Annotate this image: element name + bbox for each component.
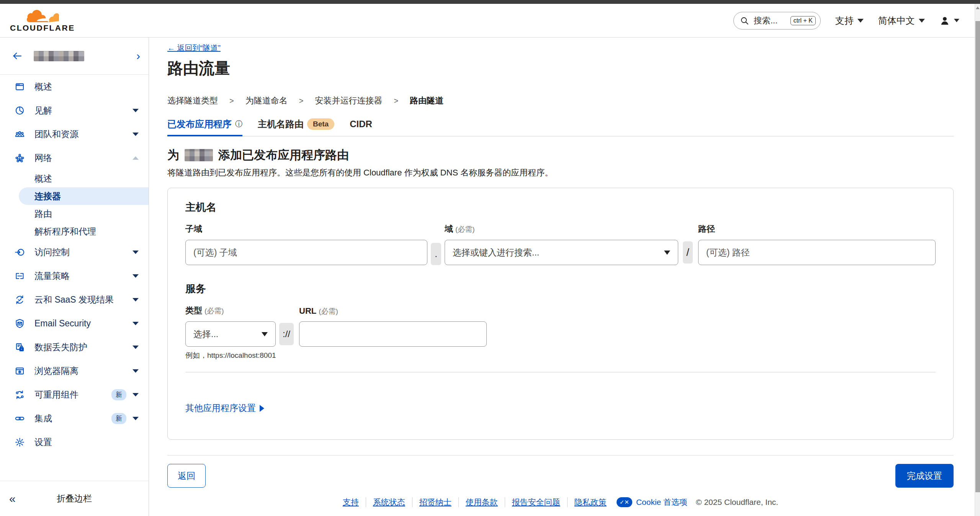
footer-link-report-security[interactable]: 报告安全问题 (512, 497, 560, 508)
step-separator: > (299, 97, 304, 105)
sidebar-subitem-label: 路由 (34, 208, 52, 220)
sidebar-subitem-network-overview[interactable]: 概述 (0, 170, 149, 187)
login-arrow-icon (15, 247, 25, 257)
search-icon (740, 16, 749, 25)
sidebar-item-label: 流量策略 (34, 270, 70, 282)
footer-link-support[interactable]: 支持 (343, 497, 359, 508)
sidebar-subitem-resolvers-proxies[interactable]: 解析程序和代理 (0, 223, 149, 240)
section-title: 为 添加已发布应用程序路由 (167, 147, 954, 163)
sidebar-item-label: 见解 (34, 105, 52, 116)
collapse-sidebar-button[interactable]: « 折叠边栏 (0, 481, 149, 516)
sidebar-item-browser-isolation[interactable]: 浏览器隔离 (0, 359, 149, 383)
sidebar-item-insights[interactable]: 见解 (0, 98, 149, 122)
back-button[interactable]: 返回 (167, 464, 206, 488)
additional-settings-link[interactable]: 其他应用程序设置 (185, 402, 264, 414)
support-menu[interactable]: 支持 (835, 15, 864, 27)
sidebar-item-access-control[interactable]: 访问控制 (0, 240, 149, 264)
tab-hostname-routes[interactable]: 主机名路由 Beta (258, 118, 334, 136)
account-menu[interactable] (939, 15, 959, 26)
subdomain-input[interactable] (185, 240, 427, 265)
finish-setup-button[interactable]: 完成设置 (895, 464, 954, 488)
sidebar-item-settings[interactable]: 设置 (0, 430, 149, 454)
route-form-card: 主机名 子域 . 域(必需) 选择或键入进行搜索... / 路径 (167, 188, 954, 440)
footer-link-privacy[interactable]: 隐私政策 (574, 497, 607, 508)
footer-link-terms[interactable]: 使用条款 (466, 497, 498, 508)
vertical-scrollbar[interactable] (975, 4, 980, 516)
cookie-preferences[interactable]: ✓✕ Cookie 首选项 (617, 497, 687, 508)
sidebar-item-reusable-components[interactable]: 可重用组件 新 (0, 383, 149, 406)
header-controls: 搜索... ctrl + K 支持 简体中文 (733, 12, 959, 29)
language-menu[interactable]: 简体中文 (878, 15, 925, 27)
chevron-down-icon (857, 19, 864, 23)
tab-published-applications[interactable]: 已发布应用程序 ⓘ (167, 118, 242, 136)
footer-link-system-status[interactable]: 系统状态 (373, 497, 405, 508)
page-footer: 支持 系统状态 招贤纳士 使用条款 报告安全问题 隐私政策 ✓✕ Cookie … (167, 497, 954, 508)
sidebar-subitem-connectors[interactable]: 连接器 (19, 187, 149, 205)
document-lock-icon (15, 342, 25, 352)
info-icon[interactable]: ⓘ (235, 119, 242, 129)
back-to-tunnels-link[interactable]: ← 返回到“隧道” (167, 43, 221, 53)
sidebar-item-team-resources[interactable]: 团队和资源 (0, 122, 149, 146)
account-switcher[interactable]: › (0, 38, 149, 75)
dot-separator: . (431, 243, 441, 265)
cloudflare-wordmark: CLOUDFLARE (10, 23, 75, 33)
global-search[interactable]: 搜索... ctrl + K (733, 12, 821, 29)
back-arrow-icon[interactable] (11, 50, 23, 62)
slash-separator: / (683, 241, 693, 264)
sidebar-item-network[interactable]: 网络 (0, 146, 149, 170)
sidebar-item-email-security[interactable]: Email Security (0, 311, 149, 335)
cookie-consent-icon: ✓✕ (617, 497, 632, 507)
sidebar-subitem-routes[interactable]: 路由 (0, 205, 149, 223)
section-description: 将隧道路由到已发布应用程序。这些是您所有的使用 Cloudflare 作为权威 … (167, 167, 954, 179)
service-heading: 服务 (185, 282, 936, 296)
url-input[interactable] (299, 321, 487, 347)
sidebar-item-cloud-saas-findings[interactable]: 云和 SaaS 发现结果 (0, 288, 149, 311)
link-chain-icon (15, 413, 25, 424)
browser-asterisk-icon (15, 366, 25, 376)
sidebar-item-label: 数据丢失防护 (34, 341, 87, 353)
sidebar-subitem-label: 概述 (34, 173, 52, 185)
chevron-down-icon (133, 346, 139, 349)
sidebar-item-overview[interactable]: 概述 (0, 75, 149, 98)
service-type-placeholder: 选择... (193, 328, 218, 340)
top-header: CLOUDFLARE 搜索... ctrl + K 支持 简体中文 (0, 4, 975, 38)
tab-label: 已发布应用程序 (167, 118, 232, 130)
chevron-right-icon[interactable]: › (136, 50, 140, 62)
service-type-label: 类型(必需) (185, 305, 276, 316)
footer-separator (567, 497, 568, 507)
scroll-up-arrow-icon[interactable] (976, 7, 980, 9)
footer-separator (505, 497, 505, 507)
chevron-down-icon (133, 369, 139, 373)
subdomain-label: 子域 (185, 223, 427, 235)
path-field-group: 路径 (698, 223, 936, 265)
sidebar: › 概述 见解 团队和资源 (0, 38, 149, 516)
chevron-down-icon (954, 19, 959, 22)
chevron-down-icon (133, 274, 139, 278)
path-input[interactable] (698, 240, 936, 265)
actions-row: 返回 完成设置 (167, 464, 954, 488)
hostname-heading: 主机名 (185, 200, 936, 214)
scrollbar-thumb[interactable] (975, 21, 980, 492)
sidebar-item-data-loss-prevention[interactable]: 数据丢失防护 (0, 335, 149, 359)
cloudflare-cloud-icon (26, 8, 59, 23)
url-label: URL(必需) (299, 306, 487, 316)
sidebar-item-traffic-policies[interactable]: 流量策略 (0, 264, 149, 288)
service-type-select[interactable]: 选择... (185, 321, 276, 347)
actions-divider (167, 455, 954, 455)
page-title: 路由流量 (167, 58, 954, 79)
pie-chart-icon (15, 105, 25, 116)
tab-label: CIDR (350, 119, 372, 129)
chevron-down-icon (133, 417, 139, 420)
url-field-group: URL(必需) (299, 306, 487, 347)
tab-cidr[interactable]: CIDR (350, 118, 372, 136)
people-icon (15, 129, 25, 139)
domain-select-placeholder: 选择或键入进行搜索... (453, 247, 539, 259)
footer-link-careers[interactable]: 招贤纳士 (419, 497, 452, 508)
cloudflare-logo[interactable]: CLOUDFLARE (10, 8, 75, 33)
sidebar-item-integrations[interactable]: 集成 新 (0, 406, 149, 430)
domain-select[interactable]: 选择或键入进行搜索... (445, 240, 678, 265)
sidebar-item-label: 集成 (34, 413, 52, 424)
section-title-suffix: 添加已发布应用程序路由 (218, 147, 349, 163)
network-mesh-icon (15, 153, 25, 163)
step-separator: > (394, 97, 398, 105)
